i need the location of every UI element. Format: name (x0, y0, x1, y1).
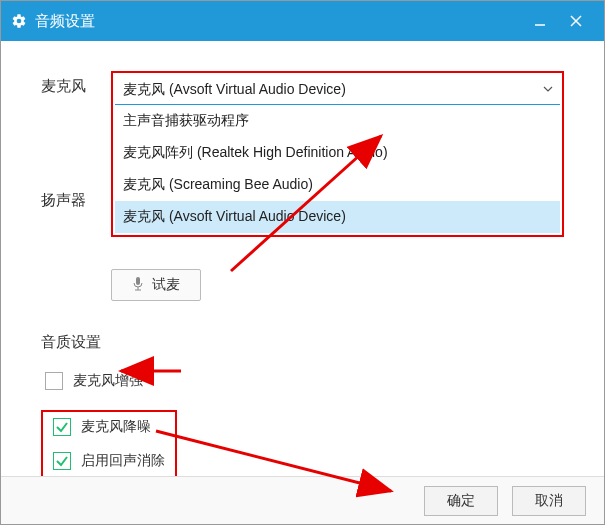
microphone-option[interactable]: 麦克风阵列 (Realtek High Definition Audio) (115, 137, 560, 169)
close-button[interactable] (558, 1, 594, 41)
quality-section-title: 音质设置 (41, 333, 564, 352)
microphone-option[interactable]: 麦克风 (Screaming Bee Audio) (115, 169, 560, 201)
noise-checkbox-row[interactable]: 麦克风降噪 (53, 418, 165, 436)
checkbox-icon (53, 418, 71, 436)
dialog-footer: 确定 取消 (1, 476, 604, 524)
microphone-dropdown-list: 主声音捕获驱动程序 麦克风阵列 (Realtek High Definition… (115, 105, 560, 233)
microphone-label: 麦克风 (41, 71, 111, 96)
microphone-option[interactable]: 主声音捕获驱动程序 (115, 105, 560, 137)
svg-rect-3 (136, 277, 140, 285)
test-mic-button[interactable]: 试麦 (111, 269, 201, 301)
checkbox-icon (45, 372, 63, 390)
mic-icon (132, 277, 144, 294)
gear-icon (11, 13, 27, 29)
test-area: 试麦 (111, 269, 564, 301)
echo-checkbox-row[interactable]: 启用回声消除 (53, 452, 165, 470)
dialog-body: 麦克风 麦克风 (Avsoft Virtual Audio Device) 主声… (1, 41, 604, 488)
cancel-button[interactable]: 取消 (512, 486, 586, 516)
microphone-selected[interactable]: 麦克风 (Avsoft Virtual Audio Device) (115, 75, 560, 105)
noise-label: 麦克风降噪 (81, 418, 151, 436)
echo-label: 启用回声消除 (81, 452, 165, 470)
chevron-down-icon (542, 82, 554, 98)
audio-settings-window: 音频设置 麦克风 麦克风 (Avsoft Virtual Audio Devic… (0, 0, 605, 525)
enhance-checkbox-row[interactable]: 麦克风增强 (45, 372, 564, 390)
checkbox-icon (53, 452, 71, 470)
enhance-label: 麦克风增强 (73, 372, 143, 390)
microphone-option[interactable]: 麦克风 (Avsoft Virtual Audio Device) (115, 201, 560, 233)
microphone-row: 麦克风 麦克风 (Avsoft Virtual Audio Device) 主声… (41, 71, 564, 237)
window-title: 音频设置 (35, 12, 95, 31)
speaker-row: 扬声器 (41, 191, 111, 210)
microphone-selected-text: 麦克风 (Avsoft Virtual Audio Device) (123, 81, 346, 99)
ok-button[interactable]: 确定 (424, 486, 498, 516)
titlebar: 音频设置 (1, 1, 604, 41)
minimize-button[interactable] (522, 1, 558, 41)
microphone-dropdown[interactable]: 麦克风 (Avsoft Virtual Audio Device) 主声音捕获驱… (111, 71, 564, 237)
speaker-label: 扬声器 (41, 191, 111, 210)
test-mic-label: 试麦 (152, 276, 180, 294)
